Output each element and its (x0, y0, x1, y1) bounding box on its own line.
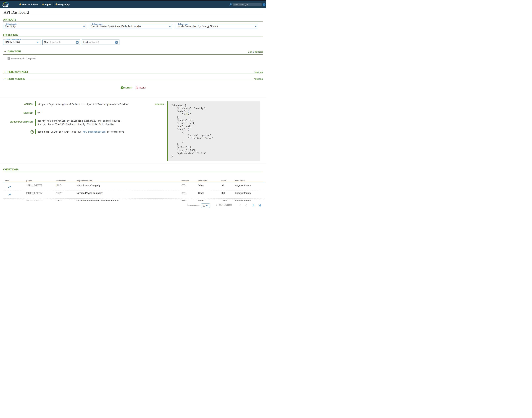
svg-text:eia: eia (2, 2, 8, 8)
svg-text:?: ? (32, 131, 33, 133)
